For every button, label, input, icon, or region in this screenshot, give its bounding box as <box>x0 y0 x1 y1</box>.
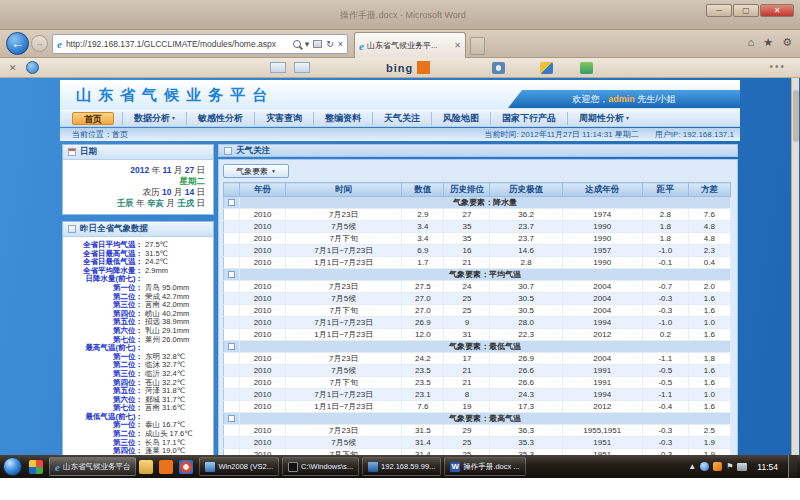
tray-flag-icon[interactable]: ⚑ <box>726 463 733 471</box>
dropdown-arrow-icon[interactable]: ▾ <box>305 40 310 49</box>
table-data-row[interactable]: 20107月23日31.52936.31955,1951-0.32.5 <box>224 425 731 437</box>
task-button-4[interactable]: W操作手册.docx ... <box>444 457 525 476</box>
table-data-row[interactable]: 20107月5候31.42535.31951-0.31.9 <box>224 437 731 449</box>
taskbar-clock[interactable]: 11:54 <box>757 462 778 472</box>
group-expand-cell <box>224 341 240 353</box>
bing-logo[interactable]: bing <box>386 62 413 74</box>
nav-item-2[interactable]: 数据分析▾ <box>122 112 186 125</box>
table-cell: 1991 <box>562 365 642 377</box>
back-button[interactable]: ← <box>6 32 29 55</box>
expand-toggle[interactable] <box>228 343 235 350</box>
table-data-row[interactable]: 20107月5候27.02530.52004-0.31.6 <box>224 293 731 305</box>
nav-item-7[interactable]: 风险地图 <box>431 112 490 125</box>
maximize-button[interactable]: ▢ <box>733 4 759 17</box>
browser-tab[interactable]: e 山东省气候业务平... ✕ <box>354 32 466 58</box>
expand-toggle[interactable] <box>228 415 235 422</box>
tray-app-icon[interactable] <box>713 462 722 471</box>
bing-toolbar[interactable]: bing <box>386 61 430 74</box>
table-cell: 2010 <box>240 257 286 269</box>
table-data-row[interactable]: 20107月5候3.43523.719901.84.8 <box>224 221 731 233</box>
table-data-row[interactable]: 20101月1日~7月23日12.03122.320120.21.6 <box>224 329 731 341</box>
addon-icon-2[interactable] <box>540 62 553 74</box>
nav-item-9[interactable]: 周期性分析▾ <box>567 112 640 125</box>
stop-icon[interactable]: × <box>338 40 343 49</box>
active-task-button[interactable]: e 山东省气候业务平台 <box>49 457 136 476</box>
task-button-3[interactable]: 192.168.59.99... <box>362 457 441 476</box>
table-data-row[interactable]: 20107月5候23.52126.61991-0.51.6 <box>224 365 731 377</box>
table-cell: 1月1日~7月23日 <box>286 257 402 269</box>
table-cell: 35 <box>444 233 490 245</box>
tray-up-arrow-icon[interactable]: ▲ <box>688 463 696 471</box>
table-cell: 2004 <box>562 293 642 305</box>
table-data-row[interactable]: 20107月23日27.52430.72004-0.72.0 <box>224 281 731 293</box>
close-button[interactable]: ✕ <box>760 4 794 17</box>
date-text: 年 <box>134 198 147 208</box>
media-player-icon[interactable] <box>179 460 193 474</box>
table-cell: 2.8 <box>490 257 562 269</box>
nav-item-5[interactable]: 整编资料 <box>313 112 372 125</box>
table-data-row[interactable]: 20101月1日~7月23日7.61917.32012-0.41.6 <box>224 401 731 413</box>
more-options-icon[interactable]: ••• <box>769 61 786 72</box>
pinned-app-icon-2[interactable] <box>159 460 173 474</box>
element-filter-button[interactable]: 气象要素 ▼ <box>223 164 289 178</box>
expand-toggle[interactable] <box>228 199 235 206</box>
search-icon[interactable] <box>293 40 301 48</box>
toolbar-close-icon[interactable]: ✕ <box>9 63 17 73</box>
row-spacer-cell <box>224 437 240 449</box>
explorer-folder-icon[interactable] <box>139 460 153 474</box>
nav-item-6[interactable]: 天气关注 <box>372 112 431 125</box>
expand-toggle[interactable] <box>228 271 235 278</box>
table-data-row[interactable]: 20107月1日~7月23日6.91614.61957-1.02.3 <box>224 245 731 257</box>
nav-item-1[interactable]: 首页 <box>72 112 114 125</box>
snagit-icon[interactable] <box>26 61 39 74</box>
url-text[interactable]: http://192.168.137.1/GLCCLIMATE/modules/… <box>66 39 293 49</box>
nav-item-8[interactable]: 国家下行产品 <box>490 112 567 125</box>
task-button-1[interactable]: Win2008 (VS2... <box>199 457 279 476</box>
addon-icon-3[interactable] <box>580 62 593 74</box>
forward-button[interactable]: → <box>31 35 48 52</box>
table-cell: -1.0 <box>642 245 688 257</box>
table-data-row[interactable]: 20107月23日24.21726.92004-1.11.8 <box>224 353 731 365</box>
compatibility-view-icon[interactable] <box>313 40 322 48</box>
table-group-row: 气象要素：最高气温 <box>224 413 731 425</box>
tray-network-icon[interactable] <box>737 463 747 471</box>
date-text: 日 <box>194 187 205 197</box>
addon-icon-1[interactable] <box>492 62 505 74</box>
table-cell: 1991 <box>562 377 642 389</box>
scrollbar[interactable] <box>791 78 799 455</box>
table-data-row[interactable]: 20107月1日~7月23日23.1824.31994-1.11.0 <box>224 389 731 401</box>
nav-item-3[interactable]: 敏感性分析 <box>186 112 254 125</box>
table-data-row[interactable]: 20107月下旬27.02530.52004-0.31.6 <box>224 305 731 317</box>
table-cell: 7月1日~7月23日 <box>286 389 402 401</box>
start-button[interactable] <box>3 457 22 476</box>
nav-item-4[interactable]: 灾害查询 <box>254 112 313 125</box>
main-panel: 天气关注 气象要素 ▼ 年份时间数值历史排位历史极值达成年份距平方差 气象要素：… <box>218 144 738 476</box>
address-bar[interactable]: e http://192.168.137.1/GLCCLIMATE/module… <box>52 34 348 54</box>
table-data-row[interactable]: 20107月23日2.92736.219742.87.6 <box>224 209 731 221</box>
minimize-button[interactable]: ─ <box>706 4 732 17</box>
refresh-icon[interactable]: ↻ <box>326 40 334 49</box>
ie-icon: e <box>55 461 60 473</box>
home-icon[interactable]: ⌂ <box>748 36 755 49</box>
bing-tile-icon[interactable] <box>417 61 430 74</box>
show-desktop-button[interactable] <box>788 455 797 478</box>
tab-close-icon[interactable]: ✕ <box>454 41 461 50</box>
new-tab-button[interactable] <box>470 37 485 55</box>
table-cell: 27.0 <box>402 293 444 305</box>
pinned-app-icon[interactable] <box>29 460 43 474</box>
table-header-cell: 年份 <box>240 183 286 197</box>
stat-value: 2.9mm <box>143 267 211 276</box>
capture-thumbnail-icon[interactable] <box>270 62 286 73</box>
table-data-row[interactable]: 20107月下旬23.52126.61991-0.51.6 <box>224 377 731 389</box>
task-button-2[interactable]: C:\Windows\s... <box>282 457 359 476</box>
row-spacer-cell <box>224 389 240 401</box>
favorites-star-icon[interactable]: ★ <box>763 36 773 49</box>
table-data-row[interactable]: 20107月1日~7月23日26.9928.01994-1.01.0 <box>224 317 731 329</box>
scrollbar-thumb[interactable] <box>793 90 799 142</box>
mail-icon[interactable] <box>294 62 310 73</box>
tray-messenger-icon[interactable] <box>700 462 709 471</box>
tools-gear-icon[interactable]: ⚙ <box>782 36 792 49</box>
table-data-row[interactable]: 20107月下旬3.43523.719901.84.8 <box>224 233 731 245</box>
table-cell: 1.8 <box>688 353 730 365</box>
table-data-row[interactable]: 20101月1日~7月23日1.7212.81990-0.10.4 <box>224 257 731 269</box>
